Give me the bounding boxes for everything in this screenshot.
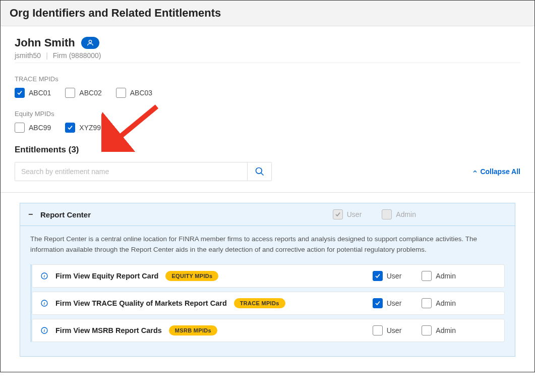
- svg-text:i: i: [44, 274, 45, 278]
- checkbox-icon: [373, 325, 383, 335]
- page-header: Org Identifiers and Related Entitlements: [1, 1, 534, 26]
- svg-text:i: i: [44, 301, 45, 306]
- role-label: User: [347, 210, 362, 218]
- role-label: Admin: [436, 272, 456, 280]
- mpid-checkbox-abc03[interactable]: ABC03: [116, 88, 152, 98]
- search-input[interactable]: [15, 162, 247, 181]
- checkbox-icon: [373, 271, 383, 281]
- report-center-panel: − Report Center User Admin The: [20, 203, 515, 357]
- entitlement-name: Firm View Equity Report Card: [55, 272, 158, 280]
- mpid-code: ABC99: [29, 124, 51, 132]
- mpid-code: ABC01: [29, 89, 51, 97]
- mpid-checkbox-xyz99[interactable]: XYZ99: [65, 123, 101, 133]
- user-role-checkbox[interactable]: User: [373, 298, 402, 308]
- user-role-checkbox[interactable]: User: [373, 325, 402, 335]
- person-icon: [86, 39, 94, 47]
- checkbox-icon: [422, 298, 432, 308]
- checkbox-icon: [15, 88, 25, 98]
- entitlement-name: Firm View TRACE Quality of Markets Repor…: [55, 299, 227, 307]
- user-header: John Smith: [15, 36, 520, 49]
- checkbox-icon: [65, 123, 75, 133]
- collapse-all-label: Collapse All: [480, 167, 520, 176]
- collapse-all-link[interactable]: Collapse All: [472, 167, 520, 176]
- role-label: User: [387, 326, 402, 334]
- role-label: Admin: [396, 210, 416, 218]
- admin-role-checkbox[interactable]: Admin: [422, 325, 456, 335]
- role-label: User: [387, 272, 402, 280]
- user-name: John Smith: [15, 36, 75, 49]
- entitlement-row: i Firm View Equity Report Card EQUITY MP…: [32, 264, 505, 288]
- trace-mpids-label: TRACE MPIDs: [15, 75, 520, 83]
- entitlement-list: i Firm View Equity Report Card EQUITY MP…: [30, 264, 505, 342]
- checkbox-icon: [382, 209, 392, 219]
- checkbox-icon: [15, 123, 25, 133]
- chevron-up-icon: [472, 169, 478, 175]
- panel-user-role-header: User: [333, 209, 362, 219]
- mpid-code: ABC02: [79, 89, 101, 97]
- trace-mpids-row: ABC01 ABC02 ABC03: [15, 88, 520, 98]
- checkbox-icon: [65, 88, 75, 98]
- entitlement-name: Firm View MSRB Report Cards: [55, 326, 162, 334]
- admin-role-checkbox[interactable]: Admin: [422, 271, 456, 281]
- mpid-checkbox-abc99[interactable]: ABC99: [15, 123, 51, 133]
- search-button[interactable]: [247, 162, 271, 181]
- username: jsmith50: [15, 51, 41, 60]
- mpid-badge: EQUITY MPIDs: [165, 271, 218, 281]
- svg-point-1: [256, 168, 262, 174]
- role-label: User: [387, 299, 402, 307]
- firm-label: Firm (9888000): [53, 51, 101, 60]
- equity-mpids-row: ABC99 XYZ99: [15, 123, 520, 133]
- checkbox-icon: [422, 325, 432, 335]
- panel-admin-role-header: Admin: [382, 209, 416, 219]
- panel-description: The Report Center is a central online lo…: [30, 234, 505, 255]
- mpid-checkbox-abc01[interactable]: ABC01: [15, 88, 51, 98]
- checkbox-icon: [422, 271, 432, 281]
- page-title: Org Identifiers and Related Entitlements: [10, 7, 525, 20]
- svg-line-2: [261, 173, 263, 176]
- info-icon[interactable]: i: [40, 326, 48, 334]
- panel-title: Report Center: [40, 210, 91, 219]
- user-subheader: jsmith50 | Firm (9888000): [15, 51, 520, 60]
- mpid-code: ABC03: [130, 89, 152, 97]
- checkbox-icon: [116, 88, 126, 98]
- mpid-badge: TRACE MPIDs: [234, 298, 285, 308]
- divider: |: [46, 51, 48, 60]
- user-role-checkbox[interactable]: User: [373, 271, 402, 281]
- entitlement-row: i Firm View TRACE Quality of Markets Rep…: [32, 292, 505, 315]
- entitlements-heading: Entitlements (3): [15, 145, 520, 155]
- search-icon: [255, 166, 265, 177]
- info-icon[interactable]: i: [40, 272, 48, 280]
- checkbox-icon: [373, 298, 383, 308]
- user-icon-badge: [81, 37, 99, 49]
- checkbox-icon: [333, 209, 343, 219]
- role-label: Admin: [436, 326, 456, 334]
- entitlement-row: i Firm View MSRB Report Cards MSRB MPIDs…: [32, 319, 505, 342]
- svg-text:i: i: [44, 328, 45, 333]
- panel-header[interactable]: − Report Center User Admin: [20, 203, 515, 226]
- info-icon[interactable]: i: [40, 299, 48, 307]
- mpid-checkbox-abc02[interactable]: ABC02: [65, 88, 101, 98]
- admin-role-checkbox[interactable]: Admin: [422, 298, 456, 308]
- mpid-badge: MSRB MPIDs: [169, 325, 217, 335]
- mpid-code: XYZ99: [79, 124, 101, 132]
- role-label: Admin: [436, 299, 456, 307]
- equity-mpids-label: Equity MPIDs: [15, 110, 520, 118]
- search-box: [15, 162, 272, 181]
- panel-collapse-toggle[interactable]: −: [28, 210, 34, 219]
- svg-point-0: [89, 40, 91, 43]
- divider-line: [15, 63, 520, 63]
